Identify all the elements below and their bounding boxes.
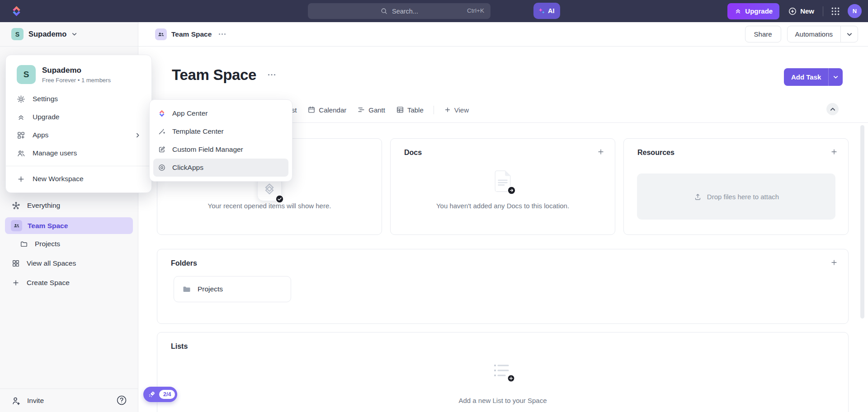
share-button[interactable]: Share bbox=[745, 26, 781, 42]
submenu-item-template-center[interactable]: Template Center bbox=[150, 122, 292, 140]
user-avatar[interactable]: N bbox=[848, 4, 862, 18]
help-icon[interactable] bbox=[116, 394, 127, 406]
grid-icon bbox=[12, 259, 20, 267]
tab-gantt[interactable]: Gantt bbox=[357, 106, 385, 114]
add-doc-button[interactable] bbox=[597, 148, 605, 156]
workspace-plan-info: Free Forever • 1 members bbox=[42, 77, 111, 84]
automations-chevron[interactable] bbox=[840, 26, 858, 42]
search-input[interactable]: Search... Ctrl+K bbox=[308, 3, 491, 19]
upgrade-icon bbox=[734, 7, 742, 15]
workspace-avatar-large: S bbox=[17, 65, 36, 84]
clickapps-icon bbox=[158, 164, 166, 172]
upgrade-button[interactable]: Upgrade bbox=[727, 3, 779, 19]
submenu-item-custom-field-manager[interactable]: Custom Field Manager bbox=[150, 140, 292, 159]
view-tabs: List Calendar Gantt Table View bbox=[275, 103, 469, 117]
tabs-separator bbox=[434, 106, 434, 114]
workspace-dropdown-name: Supademo bbox=[42, 66, 111, 75]
plus-badge-icon bbox=[507, 375, 515, 382]
tab-calendar[interactable]: Calendar bbox=[307, 106, 346, 114]
plus-icon bbox=[444, 106, 451, 113]
onboarding-progress-button[interactable]: 2/4 bbox=[143, 387, 177, 402]
pen-box-icon bbox=[158, 145, 166, 154]
plus-icon bbox=[12, 279, 20, 287]
chevron-up-icon bbox=[830, 106, 836, 112]
workspace-dropdown-header: S Supademo Free Forever • 1 members bbox=[6, 55, 151, 84]
space-icon bbox=[155, 28, 167, 40]
folder-item-projects[interactable]: Projects bbox=[174, 276, 291, 302]
plus-circle-icon bbox=[788, 7, 797, 16]
chevron-down-icon bbox=[71, 31, 77, 37]
menu-item-apps[interactable]: Apps bbox=[6, 126, 151, 144]
sidebar-item-team-space[interactable]: Team Space bbox=[5, 217, 133, 234]
person-plus-icon bbox=[11, 396, 21, 406]
lists-empty-text: Add a new List to your Space bbox=[157, 397, 848, 404]
page-title-more-icon[interactable] bbox=[268, 74, 276, 76]
topbar-divider bbox=[823, 6, 823, 16]
sidebar-item-everything[interactable]: Everything bbox=[0, 197, 138, 215]
upload-icon bbox=[693, 192, 702, 201]
upgrade-icon bbox=[17, 113, 25, 122]
add-task-dropdown-chevron[interactable] bbox=[828, 68, 843, 86]
gear-icon bbox=[17, 95, 25, 103]
ai-button[interactable]: AI bbox=[533, 3, 560, 19]
sidebar-item-projects[interactable]: Projects bbox=[0, 235, 138, 253]
search-placeholder: Search... bbox=[392, 8, 418, 15]
submenu-item-clickapps[interactable]: ClickApps bbox=[153, 159, 288, 177]
workspace-avatar: S bbox=[11, 28, 24, 40]
add-folder-button[interactable] bbox=[830, 258, 838, 267]
add-task-button[interactable]: Add Task bbox=[784, 68, 843, 86]
search-icon bbox=[380, 7, 388, 15]
menu-item-upgrade[interactable]: Upgrade bbox=[6, 108, 151, 126]
tab-table[interactable]: Table bbox=[396, 106, 424, 114]
location-bar: Team Space Share Automations bbox=[138, 22, 868, 46]
apps-submenu: App Center Template Center Custom Field … bbox=[149, 99, 292, 182]
people-icon bbox=[17, 149, 25, 158]
recent-empty-text: Your recent opened items will show here. bbox=[157, 202, 382, 210]
sidebar-item-view-all-spaces[interactable]: View all Spaces bbox=[0, 254, 138, 272]
menu-item-manage-users[interactable]: Manage users bbox=[6, 144, 151, 162]
menu-item-settings[interactable]: Settings bbox=[6, 90, 151, 108]
submenu-item-app-center[interactable]: App Center bbox=[150, 104, 292, 122]
wand-icon bbox=[158, 127, 166, 136]
sparkles-icon bbox=[538, 7, 546, 15]
gantt-icon bbox=[357, 106, 365, 114]
vertical-scrollbar[interactable] bbox=[860, 125, 864, 318]
workspace-name: Supademo bbox=[28, 30, 66, 38]
header-row: S Supademo Team Space Share Automations bbox=[0, 22, 868, 47]
file-drop-zone[interactable]: Drop files here to attach bbox=[637, 173, 835, 220]
chevron-down-icon bbox=[846, 31, 853, 37]
clickup-logo-icon[interactable] bbox=[10, 5, 23, 17]
breadcrumb-more-icon[interactable] bbox=[218, 33, 226, 35]
search-shortcut: Ctrl+K bbox=[467, 7, 484, 14]
breadcrumb-space-name[interactable]: Team Space bbox=[171, 30, 212, 38]
rocket-icon bbox=[148, 390, 156, 398]
docs-card-title: Docs bbox=[404, 149, 422, 157]
workspace-switcher[interactable]: S Supademo bbox=[0, 22, 138, 46]
chevron-down-icon bbox=[833, 74, 839, 80]
automations-button[interactable]: Automations bbox=[787, 26, 858, 42]
sidebar-item-create-space[interactable]: Create Space bbox=[0, 274, 138, 292]
app-center-icon bbox=[158, 109, 166, 117]
folder-name: Projects bbox=[198, 285, 223, 293]
docs-empty-icon bbox=[493, 169, 512, 193]
add-resource-button[interactable] bbox=[830, 148, 838, 156]
app-window: Search... Ctrl+K AI Upgrade New bbox=[0, 0, 868, 412]
workspace-dropdown-menu: S Supademo Free Forever • 1 members Sett… bbox=[5, 55, 152, 193]
plus-icon bbox=[17, 175, 25, 183]
resources-card-title: Resources bbox=[637, 149, 675, 157]
resources-card: Resources Drop files here to attach bbox=[623, 138, 849, 235]
collapse-overview-button[interactable] bbox=[826, 103, 839, 115]
lists-card: Lists Add a new List to your Space bbox=[157, 332, 849, 412]
arrow-badge-icon bbox=[507, 186, 516, 195]
add-view-button[interactable]: View bbox=[444, 106, 469, 114]
menu-item-new-workspace[interactable]: New Workspace bbox=[6, 170, 151, 188]
topbar: Search... Ctrl+K AI Upgrade New bbox=[0, 0, 868, 22]
lists-empty-icon bbox=[492, 360, 513, 381]
progress-badge: 2/4 bbox=[159, 390, 175, 399]
docs-card: Docs You haven't added any Docs to this … bbox=[390, 138, 615, 235]
new-button[interactable]: New bbox=[786, 3, 816, 19]
grid-plus-icon bbox=[17, 131, 25, 140]
folders-card: Folders Projects bbox=[157, 249, 849, 324]
apps-grid-icon[interactable] bbox=[830, 6, 841, 17]
calendar-icon bbox=[307, 106, 316, 114]
